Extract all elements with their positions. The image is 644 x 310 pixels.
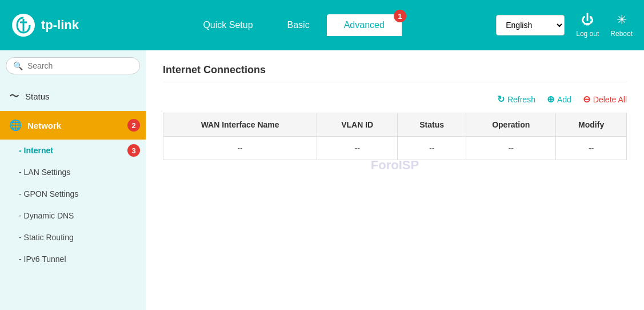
internet-badge: 3: [127, 144, 140, 157]
add-icon: ⊕: [547, 94, 554, 105]
table-header: WAN Interface Name VLAN ID Status Operat…: [163, 113, 627, 137]
sidebar-item-network-label: Network: [27, 121, 61, 130]
network-icon: 🌐: [9, 119, 22, 132]
reboot-button[interactable]: ✳ Reboot: [610, 13, 633, 38]
nav-tabs: Quick Setup Basic Advanced 1: [109, 14, 479, 36]
tab-advanced[interactable]: Advanced: [327, 14, 402, 36]
sidebar-sub-internet-wrapper: - Internet 3: [0, 140, 146, 161]
sidebar-sub-gpon-label: - GPON Settings: [19, 189, 78, 198]
delete-icon: ⊖: [583, 94, 590, 105]
reboot-icon: ✳: [617, 13, 627, 27]
logout-label: Log out: [576, 30, 599, 38]
table-header-row: WAN Interface Name VLAN ID Status Operat…: [163, 113, 627, 137]
page-title: Internet Connections: [163, 64, 627, 82]
sidebar-sub-ipv6-label: - IPv6 Tunnel: [19, 255, 66, 264]
network-badge: 2: [127, 119, 140, 132]
table-actions: ↻ Refresh ⊕ Add ⊖ Delete All: [163, 94, 627, 105]
sidebar-item-status-label: Status: [25, 92, 50, 101]
search-input[interactable]: [27, 61, 133, 70]
sidebar: 🔍 〜 Status 🌐 Network 2 - Internet 3 - LA…: [0, 50, 146, 310]
sidebar-sub-item-ddns[interactable]: - Dynamic DNS: [0, 205, 146, 226]
tab-advanced-wrapper: Advanced 1: [327, 14, 402, 36]
search-icon: 🔍: [13, 61, 23, 70]
col-operation: Operation: [466, 113, 556, 137]
search-box: 🔍: [6, 57, 140, 74]
add-button[interactable]: ⊕ Add: [547, 94, 571, 105]
sidebar-sub-ddns-label: - Dynamic DNS: [19, 211, 74, 220]
cell-modify: --: [556, 137, 627, 160]
status-icon: 〜: [9, 89, 19, 103]
logout-icon: ⏻: [581, 13, 594, 27]
content-area: Internet Connections ↻ Refresh ⊕ Add ⊖ D…: [146, 50, 644, 310]
delete-all-button[interactable]: ⊖ Delete All: [583, 94, 627, 105]
sidebar-item-network[interactable]: 🌐 Network: [0, 111, 146, 140]
header-right: English Chinese Spanish ⏻ Log out ✳ Rebo…: [496, 13, 633, 38]
logo-text: tp-link: [41, 18, 79, 33]
refresh-icon: ↻: [497, 94, 505, 105]
col-status: Status: [398, 113, 466, 137]
sidebar-sub-item-routing[interactable]: - Static Routing: [0, 226, 146, 248]
delete-all-label: Delete All: [593, 95, 627, 104]
cell-wan: --: [163, 137, 317, 160]
language-select[interactable]: English Chinese Spanish: [496, 15, 565, 35]
logo: tp-link: [11, 13, 91, 37]
add-label: Add: [557, 95, 571, 104]
cell-vlan: --: [317, 137, 398, 160]
header: tp-link Quick Setup Basic Advanced 1 Eng…: [0, 0, 644, 50]
connections-table: WAN Interface Name VLAN ID Status Operat…: [163, 113, 627, 160]
sidebar-item-status[interactable]: 〜 Status: [0, 81, 146, 111]
tab-quick-setup[interactable]: Quick Setup: [186, 14, 270, 36]
sidebar-sub-internet-label: - Internet: [19, 146, 53, 155]
sidebar-sub-routing-label: - Static Routing: [19, 233, 74, 242]
advanced-badge: 1: [394, 10, 406, 22]
sidebar-sub-item-internet[interactable]: - Internet: [0, 140, 146, 161]
sidebar-item-network-wrapper: 🌐 Network 2: [0, 111, 146, 140]
tplink-logo-icon: [11, 13, 35, 37]
sidebar-sub-lan-label: - LAN Settings: [19, 168, 70, 177]
logout-button[interactable]: ⏻ Log out: [576, 13, 599, 38]
cell-status: --: [398, 137, 466, 160]
refresh-label: Refresh: [507, 95, 535, 104]
sidebar-sub-item-ipv6[interactable]: - IPv6 Tunnel: [0, 248, 146, 270]
sidebar-sub-item-lan[interactable]: - LAN Settings: [0, 161, 146, 183]
cell-operation: --: [466, 137, 556, 160]
main-layout: 🔍 〜 Status 🌐 Network 2 - Internet 3 - LA…: [0, 50, 644, 310]
tab-basic[interactable]: Basic: [270, 14, 327, 36]
col-modify: Modify: [556, 113, 627, 137]
reboot-label: Reboot: [610, 30, 633, 38]
table-body: -- -- -- -- --: [163, 137, 627, 160]
col-wan: WAN Interface Name: [163, 113, 317, 137]
table-row: -- -- -- -- --: [163, 137, 627, 160]
sidebar-sub-item-gpon[interactable]: - GPON Settings: [0, 183, 146, 205]
refresh-button[interactable]: ↻ Refresh: [497, 94, 535, 105]
col-vlan: VLAN ID: [317, 113, 398, 137]
